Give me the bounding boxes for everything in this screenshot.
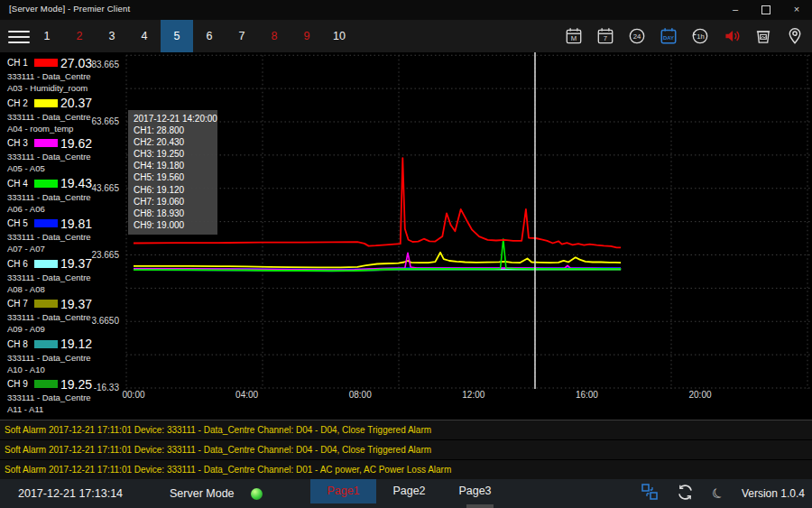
- version-label: Version 1.0.4: [742, 487, 805, 500]
- x-axis-tick-label: 08:00: [340, 390, 380, 400]
- page-tab[interactable]: Page2: [376, 479, 442, 503]
- channel-item[interactable]: CH 8 19.12 333111 - Data_Centre A10 - A1…: [0, 336, 101, 376]
- tooltip-timestamp: 2017-12-21 14:20:00: [134, 113, 212, 125]
- close-button[interactable]: ×: [781, 0, 812, 20]
- channel-item[interactable]: CH 7 19.37 333111 - Data_Centre A09 - A0…: [0, 295, 101, 336]
- tooltip-row: CH8: 18.930: [134, 208, 212, 219]
- channel-id: CH 3: [7, 138, 32, 148]
- y-axis-tick-label: 3.6650: [79, 316, 119, 326]
- page-tab[interactable]: Page1: [310, 479, 376, 503]
- 1-hour-icon[interactable]: 1h: [684, 20, 715, 52]
- x-axis-tick-label: 12:00: [454, 390, 494, 400]
- cursor-tooltip: 2017-12-21 14:20:00 CH1: 28.800 CH2: 20.…: [128, 110, 217, 235]
- trend-chart-area[interactable]: CH 1 27.03 333111 - Data_Centre A03 - Hu…: [0, 52, 812, 420]
- channel-item[interactable]: CH 3 19.62 333111 - Data_Centre A05 - A0…: [0, 134, 101, 175]
- minimize-button[interactable]: –: [720, 0, 751, 20]
- tab-strip: 1 2 3 4 5 6 7 8 9 10 M: [0, 20, 812, 52]
- current-datetime: 2017-12-21 17:13:14: [18, 487, 146, 500]
- channel-item[interactable]: CH 4 19.43 333111 - Data_Centre A06 - A0…: [0, 175, 101, 216]
- channel-value: 19.81: [60, 217, 101, 231]
- channel-color-swatch: [34, 99, 58, 107]
- x-axis-tick-label: 20:00: [680, 390, 720, 400]
- page-tab[interactable]: Page3: [442, 479, 508, 503]
- channel-color-swatch: [34, 219, 58, 227]
- alarm-list: Soft Alarm 2017-12-21 17:11:01 Device: 3…: [0, 420, 812, 479]
- alarm-row[interactable]: Soft Alarm 2017-12-21 17:11:01 Device: 3…: [0, 440, 812, 460]
- channel-device: 333111 - Data_Centre: [7, 393, 101, 402]
- channel-value: 20.37: [60, 96, 101, 110]
- day-view-icon[interactable]: DAY: [652, 20, 684, 52]
- channel-item[interactable]: CH 6 19.37 333111 - Data_Centre A08 - A0…: [0, 255, 101, 296]
- channel-color-swatch: [34, 59, 58, 67]
- tab-number[interactable]: 6: [193, 20, 226, 52]
- channel-id: CH 5: [7, 218, 32, 228]
- channel-value: 19.62: [60, 136, 101, 151]
- 24-hour-icon[interactable]: 24: [621, 20, 652, 52]
- tooltip-row: CH2: 20.430: [134, 136, 212, 148]
- channel-id: CH 7: [7, 299, 32, 309]
- server-mode-label: Server Mode: [170, 487, 235, 500]
- y-axis-tick-label: 23.665: [79, 250, 119, 260]
- channel-item[interactable]: CH 2 20.37 333111 - Data_Centre A04 - ro…: [0, 95, 101, 135]
- y-axis-tick-label: 83.665: [79, 60, 119, 69]
- location-pin-icon[interactable]: [779, 20, 810, 52]
- channel-id: CH 9: [7, 379, 32, 389]
- window-title: [Server Mode] - Premier Client: [9, 4, 130, 14]
- tooltip-row: CH1: 28.800: [134, 125, 212, 136]
- svg-text:M: M: [570, 34, 576, 42]
- tooltip-row: CH5: 19.560: [134, 171, 212, 183]
- tab-number[interactable]: 5: [161, 20, 193, 52]
- channel-color-swatch: [34, 300, 58, 308]
- swap-layout-icon[interactable]: [641, 483, 659, 504]
- x-axis-tick-label: 16:00: [567, 390, 606, 400]
- svg-text:7: 7: [603, 34, 606, 42]
- page-number-tabs: 1 2 3 4 5 6 7 8 9 10: [31, 20, 355, 52]
- channel-color-swatch: [34, 180, 58, 188]
- title-bar: [Server Mode] - Premier Client – ×: [0, 0, 812, 20]
- sync-icon[interactable]: [676, 483, 695, 505]
- image-bin-icon[interactable]: [747, 20, 779, 52]
- calendar-month-icon[interactable]: M: [558, 20, 589, 52]
- channel-point: A11 - A11: [7, 404, 101, 414]
- page-tabs: Page1 Page2 Page3: [310, 479, 508, 503]
- channel-color-swatch: [34, 380, 58, 388]
- tab-number[interactable]: 4: [128, 20, 161, 52]
- channel-id: CH 2: [7, 98, 32, 108]
- tab-number[interactable]: 9: [291, 20, 323, 52]
- tooltip-row: CH6: 19.120: [134, 184, 212, 196]
- menu-hamburger-icon[interactable]: [8, 27, 30, 45]
- svg-text:24: 24: [632, 32, 641, 41]
- tooltip-row: CH4: 19.180: [134, 160, 212, 171]
- status-bar: 2017-12-21 17:13:14 Server Mode Page1 Pa…: [0, 479, 812, 508]
- channel-point: A05 - A05: [7, 163, 101, 173]
- tab-number[interactable]: 10: [323, 20, 355, 52]
- channel-device: 333111 - Data_Centre: [7, 192, 101, 202]
- channel-color-swatch: [34, 260, 58, 268]
- night-mode-icon[interactable]: ☾: [709, 484, 727, 503]
- series-line-CH2: [134, 253, 621, 268]
- channel-item[interactable]: CH 9 19.25 333111 - Data_Centre A11 - A1…: [0, 375, 101, 416]
- bottom-scroll-nub[interactable]: [466, 504, 494, 508]
- tab-number[interactable]: 3: [96, 20, 128, 52]
- connection-status-dot: [251, 488, 263, 500]
- sound-alarm-icon[interactable]: [715, 20, 747, 52]
- alarm-row[interactable]: Soft Alarm 2017-12-21 17:11:01 Device: 3…: [0, 420, 812, 440]
- channel-device: 333111 - Data_Centre: [7, 71, 101, 81]
- restore-icon: [761, 5, 770, 14]
- channel-legend-list: CH 1 27.03 333111 - Data_Centre A03 - Hu…: [0, 54, 101, 416]
- restore-button[interactable]: [751, 0, 781, 20]
- calendar-week-icon[interactable]: 7: [589, 20, 621, 52]
- alarm-row[interactable]: Soft Alarm 2017-12-21 17:11:01 Device: 3…: [0, 460, 812, 480]
- channel-point: A06 - A06: [7, 204, 101, 214]
- tab-number[interactable]: 8: [258, 20, 291, 52]
- tab-number[interactable]: 1: [31, 20, 63, 52]
- channel-point: A08 - A08: [7, 284, 101, 294]
- y-axis-tick-label: 63.665: [79, 116, 119, 126]
- tab-number[interactable]: 2: [63, 20, 96, 52]
- time-range-toolbar: M 7 24 DAY 1h: [558, 20, 810, 52]
- channel-device: 333111 - Data_Centre: [7, 152, 101, 162]
- tooltip-row: CH9: 19.000: [134, 219, 212, 231]
- channel-color-swatch: [34, 139, 58, 147]
- tab-number[interactable]: 7: [226, 20, 258, 52]
- channel-value: 19.37: [60, 297, 101, 311]
